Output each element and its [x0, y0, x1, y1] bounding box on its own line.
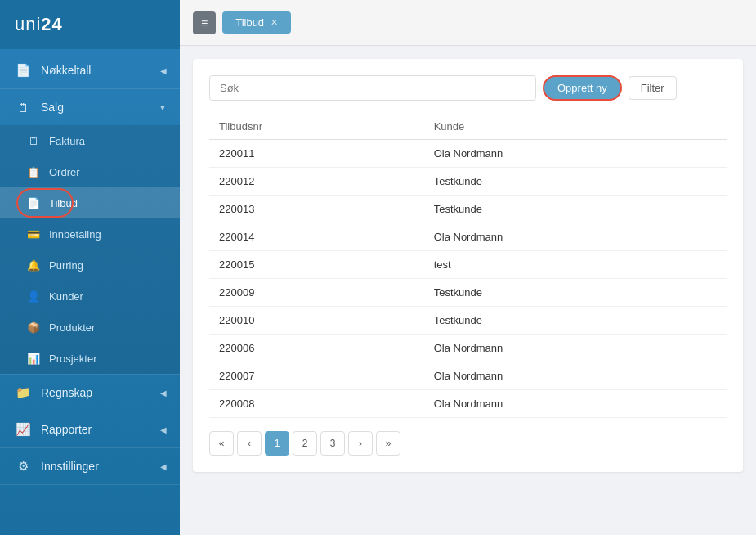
sidebar-section-regnskap: 📁 Regnskap ◀ [0, 375, 180, 411]
sidebar-item-nokkeltall[interactable]: 📄 Nøkkeltall ◀ [0, 52, 180, 88]
cell-kunde: Ola Nordmann [424, 140, 727, 168]
cell-tilbudsnr: 220009 [209, 279, 424, 307]
table-row[interactable]: 220012 Testkunde [209, 168, 727, 196]
cell-kunde: Ola Nordmann [424, 223, 727, 251]
sidebar-item-produkter[interactable]: 📦 Produkter [0, 312, 180, 343]
opprett-ny-button[interactable]: Opprett ny [543, 75, 622, 101]
page-2[interactable]: 2 [293, 431, 317, 456]
sidebar-label-nokkeltall: Nøkkeltall [41, 64, 91, 77]
hamburger-icon: ≡ [201, 16, 208, 29]
ordrer-icon: 📋 [25, 164, 42, 179]
table-row[interactable]: 220013 Testkunde [209, 196, 727, 223]
cell-tilbudsnr: 220014 [209, 223, 424, 251]
sidebar-section-innstillinger: ⚙ Innstillinger ◀ [0, 448, 180, 485]
prosjekter-icon: 📊 [25, 351, 42, 366]
tab-label: Tilbud [235, 16, 264, 29]
sidebar-item-tilbud[interactable]: 📄 Tilbud [0, 187, 180, 218]
cell-kunde: Testkunde [424, 279, 727, 307]
table-row[interactable]: 220015 test [209, 251, 727, 279]
content-area: Opprett ny Filter Tilbudsnr Kunde 220011… [180, 46, 756, 535]
col-tilbudsnr: Tilbudsnr [209, 114, 424, 140]
sidebar-item-salg[interactable]: 🗒 Salg ▼ [0, 89, 180, 125]
sidebar-label-regnskap: Regnskap [41, 386, 92, 399]
sidebar-section-nokkeltall: 📄 Nøkkeltall ◀ [0, 52, 180, 89]
regnskap-icon: 📁 [13, 384, 33, 401]
cell-tilbudsnr: 220010 [209, 307, 424, 335]
cell-kunde: Testkunde [424, 307, 727, 335]
sidebar-label-faktura: Faktura [49, 135, 85, 147]
page-next[interactable]: › [348, 431, 373, 456]
sidebar-items: 📄 Nøkkeltall ◀ 🗒 Salg ▼ 🗒 Faktura 📋 [0, 49, 180, 535]
cell-kunde: Testkunde [424, 168, 727, 196]
page-1[interactable]: 1 [265, 431, 289, 456]
logo-text: uni24 [15, 14, 63, 35]
sidebar: uni24 📄 Nøkkeltall ◀ 🗒 Salg ▼ 🗒 Faktur [0, 0, 180, 535]
table-row[interactable]: 220010 Testkunde [209, 307, 727, 335]
sidebar-label-kunder: Kunder [49, 290, 83, 303]
table-row[interactable]: 220006 Ola Nordmann [209, 335, 727, 362]
sidebar-item-faktura[interactable]: 🗒 Faktura [0, 125, 180, 156]
sidebar-label-salg: Salg [41, 101, 64, 114]
produkter-icon: 📦 [25, 320, 42, 335]
faktura-icon: 🗒 [25, 133, 42, 148]
arrow-regnskap: ◀ [160, 389, 167, 398]
cell-tilbudsnr: 220006 [209, 335, 424, 362]
cell-kunde: Ola Nordmann [424, 362, 727, 390]
content-card: Opprett ny Filter Tilbudsnr Kunde 220011… [193, 59, 743, 472]
table-row[interactable]: 220009 Testkunde [209, 279, 727, 307]
arrow-salg: ▼ [159, 103, 167, 112]
kunder-icon: 👤 [25, 289, 42, 303]
tab-close-icon[interactable]: ✕ [271, 17, 278, 28]
sidebar-label-innstillinger: Innstillinger [41, 460, 99, 473]
tilbud-tab[interactable]: Tilbud ✕ [222, 11, 291, 34]
opprett-ny-label: Opprett ny [557, 82, 607, 94]
sidebar-item-kunder[interactable]: 👤 Kunder [0, 281, 180, 312]
hamburger-button[interactable]: ≡ [193, 11, 216, 34]
cell-kunde: test [424, 251, 727, 279]
sidebar-item-purring[interactable]: 🔔 Purring [0, 250, 180, 281]
sidebar-section-rapporter: 📈 Rapporter ◀ [0, 411, 180, 448]
cell-tilbudsnr: 220015 [209, 251, 424, 279]
filter-label: Filter [641, 82, 664, 94]
page-3[interactable]: 3 [320, 431, 345, 456]
table-row[interactable]: 220008 Ola Nordmann [209, 390, 727, 418]
cell-kunde: Ola Nordmann [424, 335, 727, 362]
rapporter-icon: 📈 [13, 421, 33, 438]
sidebar-label-prosjekter: Prosjekter [49, 353, 97, 365]
sidebar-label-innbetaling: Innbetaling [49, 228, 101, 241]
cell-tilbudsnr: 220012 [209, 168, 424, 196]
sidebar-label-tilbud: Tilbud [49, 197, 78, 209]
sidebar-item-innstillinger[interactable]: ⚙ Innstillinger ◀ [0, 448, 180, 484]
arrow-nokkeltall: ◀ [160, 66, 167, 75]
table-row[interactable]: 220011 Ola Nordmann [209, 140, 727, 168]
sidebar-label-produkter: Produkter [49, 321, 95, 334]
nokkeltall-icon: 📄 [13, 62, 33, 79]
arrow-rapporter: ◀ [160, 425, 167, 434]
sidebar-label-purring: Purring [49, 259, 83, 272]
tilbud-icon: 📄 [25, 196, 42, 210]
arrow-innstillinger: ◀ [160, 462, 167, 471]
cell-kunde: Testkunde [424, 196, 727, 223]
sidebar-label-rapporter: Rapporter [41, 423, 92, 436]
table-row[interactable]: 220007 Ola Nordmann [209, 362, 727, 390]
cell-kunde: Ola Nordmann [424, 390, 727, 418]
cell-tilbudsnr: 220011 [209, 140, 424, 168]
sidebar-item-innbetaling[interactable]: 💳 Innbetaling [0, 218, 180, 250]
sidebar-item-regnskap[interactable]: 📁 Regnskap ◀ [0, 375, 180, 411]
sidebar-item-prosjekter[interactable]: 📊 Prosjekter [0, 343, 180, 374]
page-first[interactable]: « [209, 431, 234, 456]
topbar: ≡ Tilbud ✕ [180, 0, 756, 46]
sidebar-item-rapporter[interactable]: 📈 Rapporter ◀ [0, 411, 180, 447]
page-prev[interactable]: ‹ [237, 431, 262, 456]
page-last[interactable]: » [376, 431, 400, 456]
innstillinger-icon: ⚙ [13, 458, 33, 474]
table-row[interactable]: 220014 Ola Nordmann [209, 223, 727, 251]
innbetaling-icon: 💳 [25, 227, 42, 241]
filter-button[interactable]: Filter [629, 76, 677, 100]
search-bar: Opprett ny Filter [209, 75, 727, 101]
sidebar-label-ordrer: Ordrer [49, 166, 80, 178]
salg-sub-items: 🗒 Faktura 📋 Ordrer 📄 Tilbud 💳 Innb [0, 125, 180, 374]
search-input[interactable] [209, 75, 536, 101]
sidebar-item-ordrer[interactable]: 📋 Ordrer [0, 156, 180, 187]
sidebar-logo: uni24 [0, 0, 180, 49]
